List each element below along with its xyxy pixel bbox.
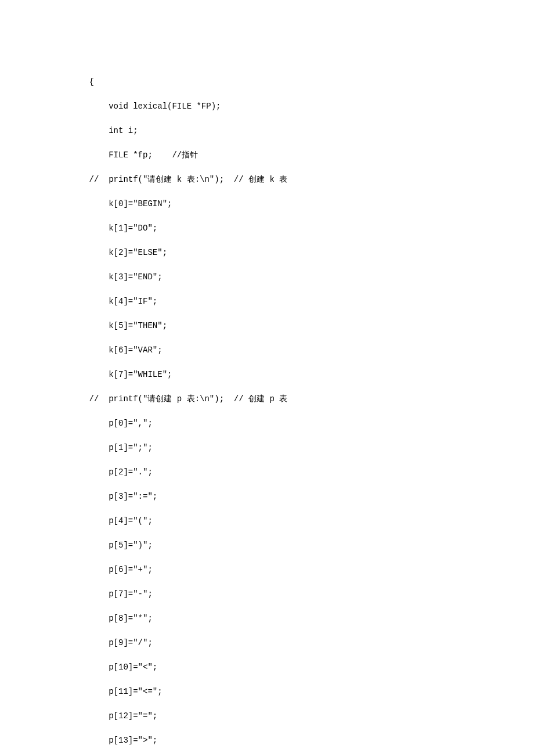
code-line: p[12]="=";: [70, 710, 464, 722]
code-line: k[7]="WHILE";: [70, 369, 464, 381]
code-line: p[8]="*";: [70, 613, 464, 625]
code-line: p[2]=".";: [70, 466, 464, 478]
code-line: k[3]="END";: [70, 271, 464, 283]
code-line: p[10]="<";: [70, 661, 464, 674]
code-line: p[4]="(";: [70, 515, 464, 527]
code-line: k[0]="BEGIN";: [70, 198, 464, 210]
code-line: p[13]=">";: [70, 735, 464, 747]
code-line: void lexical(FILE *FP);: [70, 100, 464, 113]
code-line: FILE *fp; //指针: [70, 149, 464, 161]
code-line: k[6]="VAR";: [70, 344, 464, 357]
code-line: k[1]="DO";: [70, 222, 464, 235]
code-line: p[5]=")";: [70, 539, 464, 552]
code-line: k[2]="ELSE";: [70, 247, 464, 259]
code-line: // printf("请创建 p 表:\n"); // 创建 p 表: [70, 393, 464, 405]
code-line: p[3]=":=";: [70, 491, 464, 503]
code-line: int i;: [70, 125, 464, 137]
code-line: p[1]=";";: [70, 442, 464, 454]
code-document: { void lexical(FILE *FP); int i; FILE *f…: [0, 0, 534, 756]
code-line: k[4]="IF";: [70, 296, 464, 308]
code-line: // printf("请创建 k 表:\n"); // 创建 k 表: [70, 174, 464, 186]
code-line: k[5]="THEN";: [70, 320, 464, 332]
code-line: p[11]="<=";: [70, 686, 464, 698]
code-line: p[0]=",";: [70, 417, 464, 430]
code-line: p[9]="/";: [70, 637, 464, 649]
code-line: p[6]="+";: [70, 564, 464, 576]
code-line: {: [70, 76, 464, 88]
code-line: p[7]="-";: [70, 588, 464, 600]
